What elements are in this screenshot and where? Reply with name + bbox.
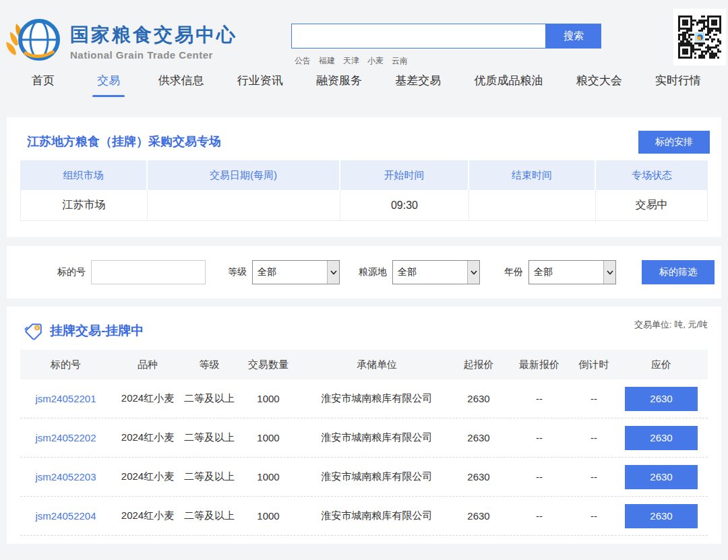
col-market: 组织市场	[20, 160, 148, 190]
col-latest-price: 最新报价	[506, 350, 573, 379]
bid-filter-button[interactable]: 标的筛选	[642, 260, 715, 284]
origin-select[interactable]: 全部	[392, 260, 480, 284]
qr-center-logo-icon	[694, 32, 705, 42]
hot-word[interactable]: 天津	[343, 55, 359, 67]
grade-select-value: 全部	[253, 266, 327, 278]
session-table: 组织市场 交易日期(每周) 开始时间 结束时间 专场状态 江苏市场 09:30 …	[20, 160, 708, 221]
search-input[interactable]	[291, 24, 546, 49]
col-end-time: 结束时间	[469, 160, 596, 190]
hot-words: 公告 福建 天津 小麦 云南	[295, 55, 408, 67]
bid-no-link[interactable]: jsm24052203	[35, 471, 96, 483]
cell-start-price: 2630	[452, 510, 506, 522]
cell-countdown: --	[573, 393, 615, 404]
qr-code	[673, 9, 726, 65]
col-trade-date: 交易日期(每周)	[148, 160, 340, 190]
table-row: jsm24052201 2024红小麦 二等及以上 1000 淮安市城南粮库有限…	[20, 379, 708, 418]
year-select[interactable]: 全部	[528, 260, 616, 284]
site-subtitle: National Grain Trade Center	[70, 49, 237, 61]
grade-select[interactable]: 全部	[252, 260, 340, 284]
cell-countdown: --	[573, 432, 615, 443]
site-logo: 国家粮食交易中心 National Grain Trade Center	[5, 13, 237, 69]
table-row: jsm24052203 2024红小麦 二等及以上 1000 淮安市城南粮库有限…	[20, 458, 708, 497]
cell-quantity: 1000	[235, 510, 302, 522]
col-depot: 承储单位	[302, 350, 452, 379]
search-button[interactable]: 搜索	[546, 24, 601, 49]
col-bid-no: 标的号	[20, 350, 111, 379]
cell-variety: 2024红小麦	[111, 470, 184, 483]
cell-latest-price: --	[506, 510, 573, 522]
cell-grade: 二等及以上	[184, 431, 235, 444]
bid-no-label: 标的号	[57, 266, 86, 278]
hot-word[interactable]: 小麦	[367, 55, 384, 67]
site-title: 国家粮食交易中心	[70, 22, 237, 48]
cell-depot: 淮安市城南粮库有限公司	[302, 392, 452, 405]
search-bar: 搜索	[291, 24, 601, 49]
nav-item-basis-trade[interactable]: 基差交易	[395, 73, 441, 102]
bid-no-link[interactable]: jsm24052201	[35, 393, 96, 404]
cell-countdown: --	[573, 471, 615, 483]
cell-latest-price: --	[506, 471, 573, 483]
hot-word[interactable]: 公告	[295, 55, 311, 67]
cell-grade: 二等及以上	[184, 509, 235, 522]
main-nav: 首页 交易 供求信息 行业资讯 融资服务 基差交易 优质成品粮油 粮交大会 实时…	[0, 70, 728, 102]
col-countdown: 倒计时	[573, 350, 615, 379]
chevron-down-icon	[327, 261, 339, 284]
cell-quantity: 1000	[235, 432, 302, 443]
session-title: 江苏地方粮食（挂牌）采购交易专场	[27, 133, 221, 150]
chevron-down-icon	[603, 261, 615, 284]
cell-quantity: 1000	[235, 393, 302, 404]
cell-variety: 2024红小麦	[111, 392, 184, 405]
cell-start-price: 2630	[452, 432, 506, 443]
cell-grade: 二等及以上	[184, 392, 235, 405]
globe-wheat-icon	[5, 13, 63, 69]
bid-no-link[interactable]: jsm24052204	[35, 510, 96, 522]
nav-item-quality-grain-oil[interactable]: 优质成品粮油	[475, 73, 543, 102]
cell-grade: 二等及以上	[184, 470, 235, 483]
cell-start-price: 2630	[452, 393, 506, 404]
session-table-header: 组织市场 交易日期(每周) 开始时间 结束时间 专场状态	[20, 160, 708, 190]
cell-start-price: 2630	[452, 471, 506, 483]
table-row: jsm24052202 2024红小麦 二等及以上 1000 淮安市城南粮库有限…	[20, 418, 708, 458]
chevron-down-icon	[467, 261, 479, 284]
nav-item-industry-news[interactable]: 行业资讯	[237, 73, 283, 102]
nav-item-grain-fair[interactable]: 粮交大会	[576, 73, 622, 102]
listing-table: 标的号 品种 等级 交易数量 承储单位 起报价 最新报价 倒计时 应价 jsm2…	[20, 350, 708, 536]
col-bid-action: 应价	[615, 350, 708, 379]
bid-price-button[interactable]: 2630	[625, 504, 698, 528]
col-start-price: 起报价	[452, 350, 506, 379]
origin-label: 粮源地	[359, 266, 387, 278]
nav-item-financing[interactable]: 融资服务	[316, 73, 362, 102]
nav-item-home[interactable]: 首页	[27, 73, 59, 102]
col-status: 专场状态	[596, 160, 708, 190]
cell-variety: 2024红小麦	[111, 509, 184, 522]
listing-title: 挂牌交易-挂牌中	[50, 322, 144, 340]
page-header: 国家粮食交易中心 National Grain Trade Center 搜索 …	[0, 0, 728, 70]
year-label: 年份	[504, 266, 523, 278]
hot-word[interactable]: 福建	[319, 55, 335, 67]
bid-no-link[interactable]: jsm24052202	[35, 432, 96, 443]
session-table-row: 江苏市场 09:30 交易中	[20, 190, 708, 221]
cell-depot: 淮安市城南粮库有限公司	[302, 470, 452, 483]
origin-select-value: 全部	[393, 266, 467, 278]
cell-start-time: 09:30	[340, 190, 469, 220]
cell-depot: 淮安市城南粮库有限公司	[302, 431, 452, 444]
bid-price-button[interactable]: 2630	[625, 387, 698, 411]
bid-price-button[interactable]: 2630	[625, 426, 698, 450]
cell-latest-price: --	[506, 432, 573, 443]
nav-item-realtime-quotes[interactable]: 实时行情	[655, 73, 701, 102]
cell-trade-date	[148, 190, 340, 220]
listing-card: ¥ 挂牌交易-挂牌中 交易单位: 吨, 元/吨 标的号 品种 等级 交易数量 承…	[7, 307, 721, 544]
bid-no-input[interactable]	[91, 260, 206, 284]
nav-item-trade[interactable]: 交易	[92, 73, 125, 102]
col-quantity: 交易数量	[235, 350, 302, 379]
hot-word[interactable]: 云南	[392, 55, 408, 67]
bid-arrangement-button[interactable]: 标的安排	[638, 131, 710, 154]
listing-table-header: 标的号 品种 等级 交易数量 承储单位 起报价 最新报价 倒计时 应价	[20, 350, 708, 379]
filter-card: 标的号 等级 全部 粮源地 全部 年份 全部 标的筛选	[7, 246, 721, 299]
price-tag-icon: ¥	[24, 321, 44, 341]
bid-price-button[interactable]: 2630	[625, 465, 698, 489]
nav-item-supply-demand[interactable]: 供求信息	[158, 73, 204, 102]
cell-market: 江苏市场	[20, 190, 148, 220]
cell-status: 交易中	[596, 190, 708, 220]
cell-countdown: --	[573, 510, 615, 522]
